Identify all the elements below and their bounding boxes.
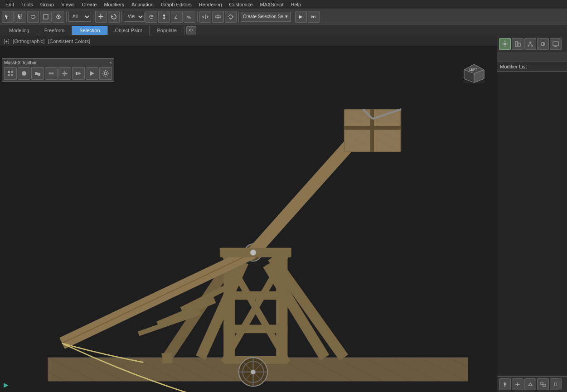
svg-rect-46: [161, 353, 173, 364]
svg-point-85: [250, 250, 256, 256]
massfx-btn-2[interactable]: [31, 67, 44, 80]
rp-bottom-icons: U: [497, 376, 567, 392]
trebuchet-scene: [0, 46, 497, 392]
next-frame-btn[interactable]: ⏭: [308, 11, 320, 23]
main-toolbar: All Geometry Shapes View World Local ∠ %: [0, 9, 567, 24]
svg-text:∠: ∠: [174, 15, 178, 19]
menu-item-group[interactable]: Group: [37, 1, 58, 8]
move-btn[interactable]: [95, 11, 107, 23]
tab-modeling[interactable]: Modeling: [2, 26, 37, 35]
svg-rect-107: [543, 384, 545, 387]
tab-object-paint[interactable]: Object Paint: [108, 26, 150, 35]
menu-item-animation[interactable]: Animation: [128, 1, 157, 8]
svg-rect-10: [11, 71, 13, 73]
tab-freeform[interactable]: Freeform: [37, 26, 73, 35]
rp-extract-btn[interactable]: [524, 378, 536, 390]
svg-point-98: [541, 42, 545, 46]
rotate-btn[interactable]: [108, 11, 120, 23]
use-pivot-btn[interactable]: [145, 11, 157, 23]
svg-point-16: [52, 73, 54, 75]
massfx-btn-0[interactable]: [4, 67, 17, 80]
menu-item-views[interactable]: Views: [58, 1, 78, 8]
rp-pin-btn[interactable]: [499, 378, 511, 390]
svg-line-96: [528, 44, 530, 45]
mirror-btn[interactable]: [199, 11, 211, 23]
tab-selection[interactable]: Selection: [72, 26, 107, 35]
play-btn[interactable]: ▶: [295, 11, 307, 23]
svg-rect-11: [8, 74, 10, 76]
massfx-btn-3[interactable]: [45, 67, 58, 80]
modifier-search-input[interactable]: [497, 52, 567, 62]
sep3: [121, 11, 122, 22]
svg-rect-12: [11, 74, 13, 76]
modifier-list-area[interactable]: [497, 72, 567, 376]
menu-item-modifiers[interactable]: Modifiers: [100, 1, 128, 8]
viewport-shading-label[interactable]: [Consistent Colors]: [48, 39, 90, 44]
viewport[interactable]: [+] [Orthographic] [Consistent Colors] M…: [0, 36, 497, 392]
rp-icon-modifier[interactable]: [512, 38, 523, 50]
menu-item-help[interactable]: Help: [287, 1, 305, 8]
freeform-select-btn[interactable]: [27, 11, 39, 23]
menu-item-graph-editors[interactable]: Graph Editors: [157, 1, 195, 8]
massfx-btn-1[interactable]: [18, 67, 30, 80]
normal-align-btn[interactable]: [225, 11, 237, 23]
sep2: [93, 11, 93, 22]
svg-point-86: [504, 43, 506, 45]
selection-filter-select[interactable]: All Geometry Shapes: [68, 12, 91, 22]
rp-icon-motion[interactable]: [537, 38, 549, 50]
rp-instance-btn[interactable]: [537, 378, 549, 390]
menu-item-create[interactable]: Create: [78, 1, 100, 8]
viewport-projection-label[interactable]: [Orthographic]: [13, 39, 45, 44]
rp-icon-light[interactable]: [499, 38, 511, 50]
selection-mode-btn[interactable]: [40, 11, 52, 23]
massfx-btn-6[interactable]: [86, 67, 98, 80]
massfx-close-btn[interactable]: ×: [109, 60, 112, 65]
svg-point-93: [529, 42, 532, 44]
rp-icon-display[interactable]: [550, 38, 562, 50]
massfx-btn-7[interactable]: [99, 67, 112, 80]
menu-item-rendering[interactable]: Rendering: [195, 1, 226, 8]
svg-point-95: [531, 45, 533, 47]
play-arrow-indicator: ▶: [4, 381, 9, 388]
svg-rect-9: [8, 71, 10, 73]
dropdown-arrow-icon: ▼: [284, 14, 289, 19]
tabs-settings-btn[interactable]: ⚙: [186, 26, 196, 34]
svg-rect-92: [518, 43, 520, 46]
right-panel: Modifier List U: [497, 36, 567, 392]
viewport-plus-btn[interactable]: [+]: [4, 39, 10, 44]
create-selection-btn[interactable]: Create Selection Se ▼: [241, 12, 291, 22]
align-btn[interactable]: [212, 11, 224, 23]
rp-unique-btn[interactable]: U: [550, 378, 562, 390]
select-object-btn[interactable]: [2, 11, 14, 23]
paint-select-btn[interactable]: [53, 11, 64, 23]
menu-item-edit[interactable]: Edit: [2, 1, 18, 8]
sep6: [293, 11, 293, 22]
percent-snap-btn[interactable]: %: [184, 11, 195, 23]
svg-point-13: [22, 71, 26, 76]
massfx-btn-4[interactable]: [58, 67, 71, 80]
svg-point-78: [251, 369, 256, 374]
menu-item-tools[interactable]: Tools: [18, 1, 37, 8]
view-coordinate-select[interactable]: View World Local: [124, 12, 145, 22]
svg-text:U: U: [554, 382, 557, 387]
rp-divider-btn[interactable]: [512, 378, 523, 390]
svg-text:%: %: [187, 15, 191, 19]
svg-line-97: [530, 44, 532, 45]
navigation-cube[interactable]: LEFT: [460, 60, 488, 87]
svg-text:LEFT: LEFT: [469, 68, 477, 71]
svg-point-3: [58, 16, 59, 17]
menu-item-maxscript[interactable]: MAXScript: [257, 1, 287, 8]
main-area: [+] [Orthographic] [Consistent Colors] M…: [0, 36, 567, 392]
snap-toggle-btn[interactable]: [158, 11, 170, 23]
svg-point-94: [528, 45, 529, 47]
angle-snap-btn[interactable]: ∠: [171, 11, 183, 23]
right-panel-icon-row: [497, 36, 567, 52]
tab-populate[interactable]: Populate: [150, 26, 184, 35]
select-region-btn[interactable]: [15, 11, 26, 23]
massfx-btn-5[interactable]: [72, 67, 85, 80]
scene-canvas: MassFX Toolbar ×: [0, 46, 497, 392]
svg-rect-99: [553, 42, 558, 46]
menu-item-customize[interactable]: Customize: [226, 1, 257, 8]
svg-rect-91: [515, 42, 518, 46]
rp-icon-hierarchy[interactable]: [524, 38, 536, 50]
